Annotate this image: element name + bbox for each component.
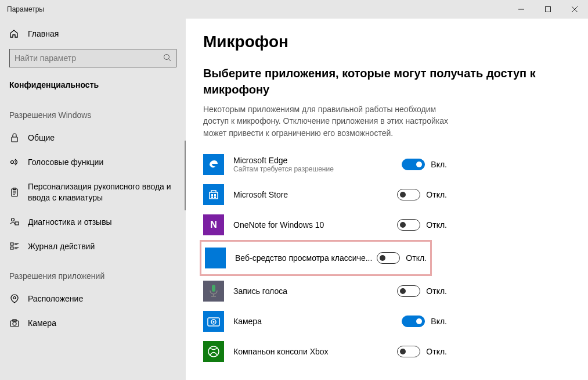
svg-point-21 bbox=[13, 297, 16, 299]
toggle-label: Откл. bbox=[426, 190, 447, 199]
sidebar-item-general[interactable]: Общие bbox=[0, 126, 186, 150]
sidebar-section-apps: Разрешения приложений bbox=[0, 259, 186, 286]
toggle-label: Откл. bbox=[426, 286, 447, 296]
sidebar-item-activity[interactable]: Журнал действий bbox=[0, 234, 186, 259]
apps-list: Microsoft EdgeСайтам требуется разрешени… bbox=[203, 149, 571, 367]
app-row: NOneNote for Windows 10Откл. bbox=[203, 210, 447, 240]
titlebar: Параметры bbox=[0, 0, 588, 19]
svg-rect-30 bbox=[212, 285, 215, 292]
lock-icon bbox=[9, 133, 20, 142]
app-name: Запись голоса bbox=[233, 286, 397, 296]
svg-rect-28 bbox=[211, 196, 213, 198]
sidebar-item-label: Расположение bbox=[28, 293, 176, 304]
app-text: Microsoft Store bbox=[233, 190, 397, 199]
sidebar-item-label: Журнал действий bbox=[28, 241, 176, 252]
sidebar-section-windows: Разрешения Windows bbox=[0, 98, 186, 126]
nav-home-label: Главная bbox=[28, 29, 59, 38]
svg-rect-25 bbox=[210, 192, 218, 199]
section-heading: Выберите приложения, которые могут получ… bbox=[203, 65, 571, 98]
app-toggle-wrap: Откл. bbox=[397, 219, 447, 231]
svg-rect-1 bbox=[546, 7, 551, 12]
feedback-icon bbox=[9, 217, 20, 227]
voice-icon bbox=[9, 157, 20, 167]
sidebar-item-location[interactable]: Расположение bbox=[0, 286, 186, 311]
sidebar-item-camera[interactable]: Камера bbox=[0, 311, 186, 335]
app-text: OneNote for Windows 10 bbox=[233, 220, 397, 230]
search-box[interactable] bbox=[9, 49, 176, 67]
search-icon bbox=[163, 53, 171, 63]
app-text: Microsoft EdgeСайтам требуется разрешени… bbox=[233, 156, 402, 173]
app-row: Компаньон консоли XboxОткл. bbox=[203, 336, 447, 367]
main-content: Микрофон Выберите приложения, которые мо… bbox=[186, 19, 588, 380]
app-name: Microsoft Edge bbox=[233, 156, 402, 165]
svg-point-36 bbox=[208, 346, 219, 357]
app-toggle-wrap: Вкл. bbox=[402, 316, 447, 327]
app-toggle[interactable] bbox=[397, 189, 420, 200]
app-icon bbox=[203, 154, 224, 175]
sidebar: Главная Конфиденциальность Разрешения Wi… bbox=[0, 19, 186, 380]
sidebar-item-inking[interactable]: Персонализация рукописного ввода и ввода… bbox=[0, 174, 186, 209]
app-toggle[interactable] bbox=[397, 285, 420, 297]
app-toggle[interactable] bbox=[397, 219, 420, 231]
app-name: Компаньон консоли Xbox bbox=[233, 347, 397, 356]
page-title: Микрофон bbox=[203, 33, 571, 51]
sidebar-item-label: Общие bbox=[28, 132, 176, 143]
app-icon bbox=[203, 341, 224, 362]
toggle-label: Вкл. bbox=[431, 160, 447, 169]
home-icon bbox=[9, 29, 20, 38]
svg-line-5 bbox=[169, 59, 171, 61]
app-icon bbox=[203, 311, 224, 332]
camera-icon bbox=[9, 319, 20, 327]
app-toggle[interactable] bbox=[377, 252, 400, 264]
activity-icon bbox=[9, 242, 20, 251]
app-name: Веб-средство просмотра классиче... bbox=[235, 253, 377, 263]
nav-home[interactable]: Главная bbox=[0, 23, 186, 44]
app-icon bbox=[205, 248, 226, 268]
app-text: Компаньон консоли Xbox bbox=[233, 347, 397, 356]
minimize-button[interactable] bbox=[508, 0, 535, 19]
maximize-button[interactable] bbox=[535, 0, 561, 19]
svg-rect-29 bbox=[214, 196, 216, 198]
app-subtext: Сайтам требуется разрешение bbox=[233, 165, 402, 173]
sidebar-item-label: Диагностика и отзывы bbox=[28, 217, 176, 227]
svg-point-4 bbox=[164, 54, 169, 59]
app-toggle-wrap: Откл. bbox=[397, 285, 447, 297]
svg-rect-6 bbox=[12, 137, 17, 142]
clipboard-icon bbox=[9, 188, 20, 197]
app-icon: N bbox=[203, 214, 224, 235]
svg-rect-14 bbox=[15, 222, 19, 225]
app-icon bbox=[203, 281, 224, 302]
sidebar-category: Конфиденциальность bbox=[0, 72, 186, 98]
close-button[interactable] bbox=[561, 0, 588, 19]
app-toggle-wrap: Откл. bbox=[397, 189, 447, 200]
app-toggle-wrap: Откл. bbox=[377, 252, 427, 264]
svg-rect-16 bbox=[10, 247, 13, 249]
svg-point-23 bbox=[13, 322, 16, 325]
search-input[interactable] bbox=[15, 53, 163, 63]
app-name: Камера bbox=[233, 317, 402, 326]
app-text: Запись голоса bbox=[233, 286, 397, 296]
sidebar-scrollbar[interactable] bbox=[185, 141, 186, 210]
svg-point-7 bbox=[11, 161, 14, 164]
sidebar-item-voice[interactable]: Голосовые функции bbox=[0, 150, 186, 174]
sidebar-item-label: Персонализация рукописного ввода и ввода… bbox=[28, 181, 176, 202]
app-toggle[interactable] bbox=[402, 316, 425, 327]
toggle-label: Откл. bbox=[406, 253, 427, 263]
app-text: Веб-средство просмотра классиче... bbox=[235, 253, 377, 263]
app-icon bbox=[203, 184, 224, 205]
section-description: Некоторым приложениям для правильной раб… bbox=[203, 103, 459, 139]
app-row: Запись голосаОткл. bbox=[203, 276, 447, 306]
app-toggle[interactable] bbox=[397, 346, 420, 357]
toggle-label: Откл. bbox=[426, 220, 447, 230]
toggle-label: Вкл. bbox=[431, 317, 447, 326]
svg-point-13 bbox=[12, 218, 15, 221]
app-row: Веб-средство просмотра классиче...Откл. bbox=[200, 240, 432, 276]
sidebar-item-diagnostics[interactable]: Диагностика и отзывы bbox=[0, 210, 186, 234]
location-icon bbox=[9, 294, 20, 303]
sidebar-item-label: Голосовые функции bbox=[28, 157, 176, 167]
app-toggle[interactable] bbox=[402, 159, 425, 170]
toggle-label: Откл. bbox=[426, 347, 447, 356]
sidebar-item-label: Камера bbox=[28, 318, 176, 328]
app-row: Microsoft EdgeСайтам требуется разрешени… bbox=[203, 149, 447, 180]
app-row: КамераВкл. bbox=[203, 306, 447, 336]
